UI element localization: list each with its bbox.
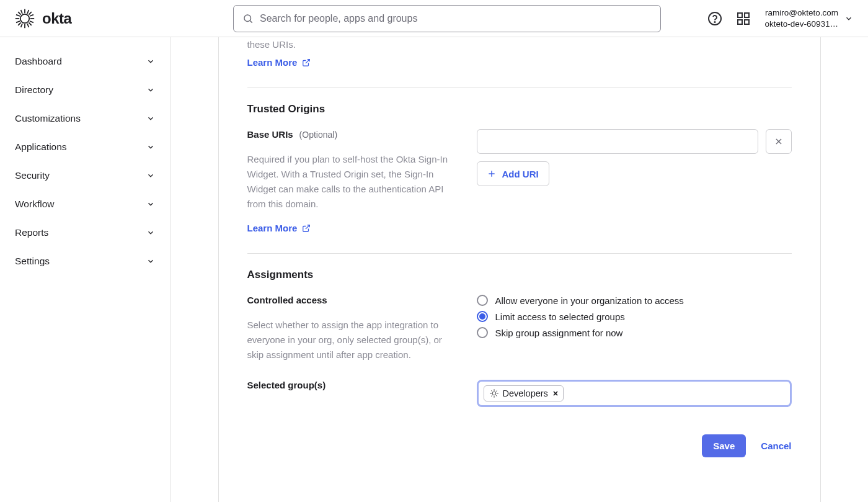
- svg-line-7: [18, 22, 20, 25]
- chevron-down-icon: [146, 143, 155, 151]
- prev-section-tail: these URIs.: [247, 37, 792, 52]
- divider: [247, 87, 792, 88]
- radio-icon: [477, 327, 488, 338]
- svg-rect-21: [738, 13, 742, 17]
- optional-label: (Optional): [299, 130, 337, 140]
- sidebar: Dashboard Directory Customizations Appli…: [0, 37, 170, 502]
- base-uris-label: Base URIs: [247, 129, 293, 140]
- sidebar-item-customizations[interactable]: Customizations: [7, 104, 162, 133]
- sidebar-item-label: Dashboard: [15, 56, 62, 67]
- trusted-origins-title: Trusted Origins: [247, 103, 792, 115]
- sidebar-item-label: Directory: [15, 84, 53, 96]
- user-org: okteto-dev-60931…: [764, 19, 838, 30]
- search-wrap: [233, 5, 661, 32]
- chevron-down-icon: [146, 86, 155, 94]
- sidebar-item-label: Applications: [15, 141, 67, 153]
- save-button[interactable]: Save: [702, 434, 746, 457]
- close-icon: [774, 137, 783, 146]
- sidebar-item-workflow[interactable]: Workflow: [7, 190, 162, 218]
- logo-text: okta: [42, 10, 71, 27]
- apps-grid-icon[interactable]: [736, 11, 751, 26]
- learn-more-link[interactable]: Learn More: [247, 223, 311, 233]
- sidebar-item-label: Workflow: [15, 199, 54, 210]
- svg-line-37: [495, 395, 497, 397]
- learn-more-link[interactable]: Learn More: [247, 57, 311, 68]
- svg-point-31: [492, 392, 496, 395]
- header-right: ramiro@okteto.com okteto-dev-60931…: [707, 7, 853, 29]
- user-menu[interactable]: ramiro@okteto.com okteto-dev-60931…: [764, 7, 853, 29]
- sidebar-item-label: Security: [15, 170, 50, 181]
- group-icon: [489, 388, 499, 398]
- sidebar-item-reports[interactable]: Reports: [7, 218, 162, 247]
- selected-groups-input[interactable]: Developers ×: [477, 380, 792, 407]
- svg-rect-23: [738, 20, 742, 24]
- group-chip[interactable]: Developers ×: [484, 385, 564, 401]
- svg-line-36: [491, 390, 492, 392]
- cancel-button[interactable]: Cancel: [761, 441, 791, 451]
- logo-group[interactable]: okta: [15, 9, 161, 29]
- external-link-icon: [302, 58, 311, 67]
- header: okta ramiro@okteto.com okteto-dev-60931…: [0, 0, 868, 37]
- base-uris-desc: Required if you plan to self-host the Ok…: [247, 152, 459, 212]
- radio-limit-groups[interactable]: Limit access to selected groups: [477, 311, 792, 322]
- add-uri-button[interactable]: Add URI: [477, 161, 549, 186]
- svg-line-25: [306, 59, 309, 63]
- sidebar-item-label: Reports: [15, 227, 48, 238]
- chevron-down-icon: [146, 57, 155, 66]
- group-chip-label: Developers: [503, 388, 548, 398]
- svg-line-14: [21, 24, 22, 27]
- svg-line-13: [27, 10, 29, 14]
- radio-icon: [477, 295, 488, 306]
- sidebar-item-label: Settings: [15, 256, 50, 267]
- chevron-down-icon: [146, 228, 155, 237]
- svg-line-16: [30, 21, 33, 22]
- svg-line-9: [21, 10, 22, 14]
- radio-label: Skip group assignment for now: [495, 328, 623, 338]
- chevron-down-icon: [146, 257, 155, 266]
- svg-rect-24: [745, 20, 749, 24]
- radio-allow-everyone[interactable]: Allow everyone in your organization to a…: [477, 295, 792, 306]
- svg-point-0: [20, 14, 29, 22]
- assignments-title: Assignments: [247, 269, 792, 281]
- svg-line-18: [250, 20, 252, 22]
- search-icon: [242, 13, 254, 24]
- sidebar-item-directory[interactable]: Directory: [7, 76, 162, 104]
- radio-label: Allow everyone in your organization to a…: [495, 295, 684, 306]
- svg-rect-22: [745, 13, 749, 17]
- svg-point-20: [715, 21, 715, 22]
- remove-uri-button[interactable]: [766, 129, 792, 154]
- okta-logo-icon: [15, 9, 35, 29]
- radio-skip[interactable]: Skip group assignment for now: [477, 327, 792, 338]
- sidebar-item-label: Customizations: [15, 113, 81, 124]
- global-search[interactable]: [233, 5, 661, 32]
- chevron-down-icon: [146, 171, 155, 180]
- radio-label: Limit access to selected groups: [495, 312, 625, 322]
- divider: [247, 253, 792, 254]
- svg-line-38: [491, 395, 492, 397]
- search-input[interactable]: [260, 13, 652, 24]
- external-link-icon: [302, 224, 311, 233]
- svg-line-5: [18, 12, 20, 14]
- base-uri-input[interactable]: [477, 129, 758, 154]
- svg-line-12: [30, 14, 33, 16]
- controlled-access-label: Controlled access: [247, 295, 327, 305]
- plus-icon: [487, 169, 496, 178]
- svg-line-39: [495, 390, 497, 392]
- sidebar-item-dashboard[interactable]: Dashboard: [7, 47, 162, 76]
- sidebar-item-security[interactable]: Security: [7, 161, 162, 190]
- main-content: these URIs. Learn More Trusted Origins B…: [170, 37, 868, 502]
- svg-line-8: [29, 12, 31, 14]
- svg-line-26: [306, 225, 309, 228]
- controlled-access-desc: Select whether to assign the app integra…: [247, 318, 459, 362]
- svg-point-17: [244, 15, 251, 22]
- chevron-down-icon: [146, 114, 155, 123]
- radio-icon: [477, 311, 488, 322]
- sidebar-item-applications[interactable]: Applications: [7, 133, 162, 161]
- sidebar-item-settings[interactable]: Settings: [7, 247, 162, 276]
- svg-line-15: [16, 14, 20, 16]
- remove-chip-icon[interactable]: ×: [552, 388, 558, 398]
- help-icon[interactable]: [707, 11, 722, 26]
- svg-line-10: [27, 24, 29, 27]
- chevron-down-icon: [844, 14, 853, 23]
- svg-line-11: [16, 21, 20, 22]
